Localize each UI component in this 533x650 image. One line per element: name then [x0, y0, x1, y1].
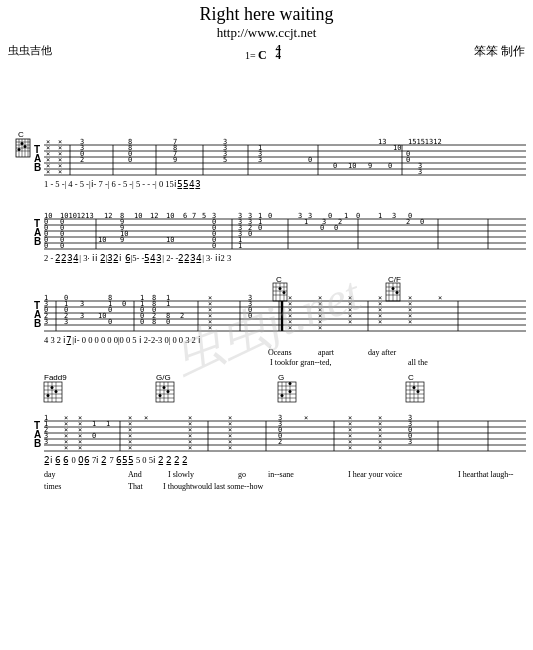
svg-text:2: 2	[406, 218, 410, 226]
svg-point-285	[163, 386, 166, 389]
svg-text:1: 1	[304, 218, 308, 226]
svg-text:1: 1	[166, 300, 170, 308]
svg-text:0: 0	[92, 432, 96, 440]
svg-text:0: 0	[212, 242, 216, 250]
svg-text:×: ×	[208, 324, 212, 332]
svg-text:0: 0	[140, 318, 144, 326]
page: Right here waiting http://www.ccjt.net 虫…	[0, 0, 533, 650]
svg-text:×: ×	[128, 444, 132, 452]
svg-text:0: 0	[308, 156, 312, 164]
svg-text:×: ×	[438, 294, 442, 302]
svg-text:1: 1	[92, 420, 96, 428]
svg-text:0: 0	[44, 242, 48, 250]
song-title: Right here waiting	[8, 4, 525, 25]
svg-text:go: go	[238, 470, 246, 479]
svg-point-298	[281, 394, 284, 397]
svg-text:7: 7	[192, 212, 196, 220]
svg-text:0: 0	[328, 212, 332, 220]
svg-text:0: 0	[420, 218, 424, 226]
svg-text:×: ×	[228, 444, 232, 452]
svg-point-159	[283, 291, 286, 294]
svg-text:C/F: C/F	[388, 275, 401, 284]
svg-text:3: 3	[308, 212, 312, 220]
svg-text:I  tookfor gran--ted,: I tookfor gran--ted,	[270, 358, 332, 367]
svg-text:0: 0	[388, 162, 392, 170]
svg-text:B: B	[34, 236, 41, 247]
svg-text:2: 2	[180, 312, 184, 320]
svg-text:×: ×	[378, 444, 382, 452]
svg-rect-277	[156, 382, 174, 402]
svg-text:0: 0	[356, 212, 360, 220]
svg-text:9: 9	[120, 236, 124, 244]
svg-text:0: 0	[333, 162, 337, 170]
svg-rect-289	[278, 382, 296, 402]
svg-text:×: ×	[46, 168, 50, 176]
svg-point-10	[21, 142, 24, 145]
svg-text:C: C	[18, 130, 24, 139]
svg-text:3: 3	[80, 300, 84, 308]
svg-text:12: 12	[150, 212, 158, 220]
svg-text:B: B	[34, 438, 41, 449]
svg-point-286	[167, 390, 170, 393]
svg-point-310	[417, 390, 420, 393]
svg-text:×: ×	[378, 318, 382, 326]
svg-text:0: 0	[60, 242, 64, 250]
svg-text:0: 0	[406, 156, 410, 164]
svg-text:0: 0	[320, 224, 324, 232]
svg-text:0: 0	[248, 312, 252, 320]
svg-text:10: 10	[98, 312, 106, 320]
svg-text:×: ×	[408, 318, 412, 326]
svg-point-11	[24, 145, 27, 148]
svg-text:3: 3	[64, 318, 68, 326]
svg-text:13: 13	[378, 138, 386, 146]
svg-text:0: 0	[108, 306, 112, 314]
svg-rect-301	[406, 382, 424, 402]
svg-text:0: 0	[334, 224, 338, 232]
svg-point-275	[47, 394, 50, 397]
svg-text:3: 3	[258, 156, 262, 164]
svg-text:1: 1	[238, 242, 242, 250]
svg-text:times: times	[44, 482, 61, 491]
svg-text:9: 9	[368, 162, 372, 170]
svg-text:in--sane: in--sane	[268, 470, 294, 479]
svg-text:day  after: day after	[368, 348, 397, 357]
svg-text:That: That	[128, 482, 143, 491]
svg-text:0: 0	[122, 300, 126, 308]
svg-text:0: 0	[128, 156, 132, 164]
svg-point-169	[396, 291, 399, 294]
svg-text:2 - 2̲2̲3̲4̲| 3· ⅰⅰ 2̲|3̲2̲ⅰ 6: 2 - 2̲2̲3̲4̲| 3· ⅰⅰ 2̲|3̲2̲ⅰ 6̲|5- -5̲4̲…	[44, 253, 231, 263]
svg-text:I slowly: I slowly	[168, 470, 194, 479]
svg-text:3: 3	[418, 168, 422, 176]
svg-text:9: 9	[173, 156, 177, 164]
svg-text:6: 6	[183, 212, 187, 220]
svg-text:10: 10	[348, 162, 356, 170]
author-credit: 笨笨 制作	[474, 43, 525, 60]
title-section: Right here waiting http://www.ccjt.net	[8, 4, 525, 41]
svg-text:2: 2	[278, 438, 282, 446]
svg-point-297	[289, 382, 292, 385]
svg-text:×: ×	[348, 318, 352, 326]
app-name: 虫虫吉他	[8, 43, 52, 58]
svg-text:1: 1	[378, 212, 382, 220]
svg-text:3: 3	[44, 438, 48, 446]
svg-text:×: ×	[64, 444, 68, 452]
svg-text:×: ×	[348, 444, 352, 452]
svg-text:12: 12	[104, 212, 112, 220]
svg-text:apart: apart	[318, 348, 335, 357]
svg-point-287	[159, 394, 162, 397]
svg-text:×: ×	[318, 324, 322, 332]
svg-point-274	[55, 390, 58, 393]
svg-text:10: 10	[393, 144, 401, 152]
svg-text:4 3 2 ⅰ7̲|ⅰ- 0 0 0 0 0 0|0 0  : 4 3 2 ⅰ7̲|ⅰ- 0 0 0 0 0 0|0 0 5 ⅰ 2-2-3 0…	[44, 335, 201, 345]
svg-text:C: C	[276, 275, 282, 284]
svg-point-309	[413, 386, 416, 389]
svg-text:all the: all the	[408, 358, 428, 367]
svg-point-168	[392, 287, 395, 290]
svg-text:C: C	[408, 373, 414, 382]
svg-text:1 - 5 -| 4 - 5 -|ⅰ- 7 -| 6 - 5: 1 - 5 -| 4 - 5 -|ⅰ- 7 -| 6 - 5 -| 5 - - …	[44, 179, 201, 189]
svg-text:10: 10	[134, 212, 142, 220]
svg-point-158	[279, 287, 282, 290]
svg-text:×: ×	[58, 168, 62, 176]
svg-text:×: ×	[78, 444, 82, 452]
svg-point-273	[51, 386, 54, 389]
